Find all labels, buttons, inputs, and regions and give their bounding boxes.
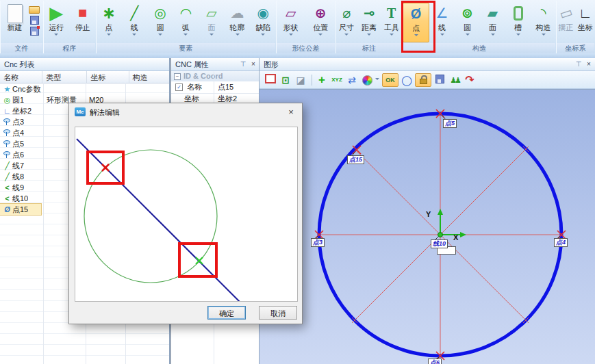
close-icon[interactable]: × [284,105,298,119]
element-plane-button[interactable]: 面 [199,3,225,42]
dropdown-arrow-icon [542,34,546,38]
view-flip-icon[interactable]: ◪ [294,73,307,87]
feature-tag-line10[interactable]: 线10 [431,239,448,248]
feature-tag-point3[interactable]: 点3 [311,238,325,247]
dropdown-arrow-icon [210,34,214,38]
stop-icon: ■ [70,3,95,23]
close-icon[interactable]: × [584,58,594,70]
xyz-axes-icon[interactable]: XYZ [330,73,344,87]
tool-icon [380,3,403,23]
save-view-icon[interactable] [433,73,446,87]
ok-toggle-button[interactable]: OK [382,73,398,87]
collapse-icon[interactable]: − [174,73,181,80]
align-button[interactable]: 摆正 [556,3,576,42]
color-palette-icon[interactable] [360,73,374,87]
open-folder-icon[interactable] [29,6,40,14]
dialog-titlebar[interactable]: Me 解法编辑 × [69,103,302,121]
dimension-button[interactable]: 尺寸 [336,3,358,42]
dropdown-arrow-icon [54,34,58,38]
save-icon[interactable] [30,16,39,25]
construct-plane-icon [480,3,505,23]
dropdown-arrow-icon[interactable] [375,78,379,82]
property-row-name[interactable]: ✓ 名称 点15 [171,81,260,94]
point-measure-icon [96,3,121,23]
cnc-properties-title: CNC 属性 ⊤ × [171,58,260,71]
circle-feature-icon [2,94,12,105]
construct-line-icon [429,3,455,23]
construct-line-button[interactable]: 线 [429,3,455,42]
list-item-cnc-params[interactable]: Cnc参数 [0,83,169,94]
checkbox-checked[interactable]: ✓ [175,83,183,91]
cancel-button[interactable]: 取消 [259,306,297,320]
coordinate-button[interactable]: 坐标 [576,3,595,42]
align-icon [556,3,576,23]
dropdown-arrow-icon [261,34,265,38]
list-item-point15-selected[interactable]: 点15 [0,204,41,215]
column-header-type[interactable]: 类型 [42,71,87,83]
new-document-icon [8,4,23,23]
swap-view-icon[interactable]: ⇄ [345,73,359,87]
stop-button[interactable]: ■ 停止 [70,3,95,42]
dimension-icon [336,3,358,23]
close-icon[interactable]: × [249,58,258,70]
pin-icon[interactable]: ⊤ [238,58,248,70]
point-icon [2,116,12,126]
element-arc-button[interactable]: 弧 [173,3,199,42]
dialog-title: 解法编辑 [90,107,120,118]
tolerance-shape-button[interactable]: 形状 [278,3,303,42]
ok-button[interactable]: 确定 [207,306,246,320]
lock-toggle-button[interactable] [415,73,431,87]
property-value[interactable]: 点15 [218,81,233,93]
construct-construct-button[interactable]: 构造 [531,3,556,42]
construct-circle-button[interactable]: 圆 [455,3,480,42]
file-small-buttons [27,4,41,38]
element-defect-button[interactable]: 缺陷 [251,3,276,42]
zoom-window-icon[interactable] [264,73,277,87]
construct-plane-button[interactable]: 面 [480,3,505,42]
run-button[interactable]: ▶ 运行 [44,3,69,42]
line-icon [2,160,12,171]
feature-tag-point6[interactable]: 点6 [428,359,442,364]
element-point-button[interactable]: 点 [96,3,121,42]
point-icon [2,138,12,148]
run-icon: ▶ [44,3,69,23]
group-label-coordsys: 坐标系 [557,43,594,53]
construct-slot-button[interactable]: 槽 [505,3,531,42]
axis-label-x: X [453,233,458,242]
graphics-title: 图形 ⊤ × [259,58,595,71]
element-line-button[interactable]: 线 [122,3,147,42]
dropdown-arrow-icon [344,34,349,38]
save-as-icon[interactable] [30,27,39,36]
new-file-button[interactable]: 新建 [2,3,27,32]
dropdown-arrow-icon [107,34,111,38]
solution-preview-canvas[interactable] [75,127,298,302]
construct-point-button[interactable]: 点 [403,3,429,42]
distance-button[interactable]: 距离 [358,3,381,42]
element-contour-button[interactable]: 轮廓 [225,3,250,42]
property-group-header[interactable]: − ID & Coord [171,71,260,81]
column-header-coord[interactable]: 坐标 [87,71,129,83]
graphics-canvas[interactable]: Y X 点5 点15 点3 点4 线10 点6 [259,89,595,364]
column-header-construct[interactable]: 构造 [129,71,169,83]
fit-view-icon[interactable]: ⊡ [279,73,292,87]
feature-tag-point5[interactable]: 点5 [443,119,457,128]
dropdown-arrow-icon [390,34,394,38]
add-icon[interactable]: + [315,73,329,87]
column-header-name[interactable]: 名称 [0,71,42,83]
tolerance-position-button[interactable]: 位置 [308,3,333,42]
ribbon-group-elements: 点 线 圆 弧 [96,1,277,53]
feature-tag-point4[interactable]: 点4 [554,238,568,247]
feature-tag-point15[interactable]: 点15 [347,155,364,164]
element-circle-button[interactable]: 圆 [147,3,173,42]
coordinate-icon [2,105,12,116]
axis-label-y: Y [426,210,431,218]
coordinate-system-icon [576,3,595,23]
solution-drawing [75,127,297,301]
dropdown-arrow-icon [367,34,371,38]
users-icon[interactable]: ♟♟ [448,73,461,87]
circle-display-icon[interactable]: ◯ [400,73,414,87]
tool-button[interactable]: 工具 [380,3,403,42]
arc-measure-icon [173,3,199,23]
rotate-undo-icon[interactable]: ↷ [463,73,477,87]
pin-icon[interactable]: ⊤ [574,58,583,70]
